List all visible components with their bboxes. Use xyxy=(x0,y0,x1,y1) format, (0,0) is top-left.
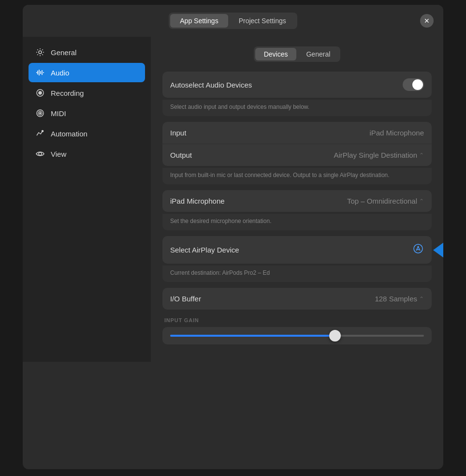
toggle-knob xyxy=(412,79,423,90)
sidebar-item-general[interactable]: General xyxy=(29,43,145,62)
sidebar-label-audio: Audio xyxy=(51,69,69,77)
sidebar: General Audio xyxy=(23,37,151,362)
ipad-mic-card: iPad Microphone Top – Omnidirectional ⌃ xyxy=(162,190,432,212)
sidebar-item-midi[interactable]: MIDI xyxy=(29,104,145,123)
chevron-icon: ⌃ xyxy=(419,152,424,159)
airplay-row[interactable]: Select AirPlay Device xyxy=(162,236,432,264)
ipad-mic-note: Set the desired microphone orientation. xyxy=(162,214,432,230)
airplay-container: Select AirPlay Device xyxy=(162,236,432,264)
svg-point-5 xyxy=(40,113,41,114)
ipad-mic-row[interactable]: iPad Microphone Top – Omnidirectional ⌃ xyxy=(162,190,432,212)
io-buffer-card: I/O Buffer 128 Samples ⌃ xyxy=(162,288,432,310)
output-value: AirPlay Single Destination ⌃ xyxy=(334,151,424,159)
sidebar-label-midi: MIDI xyxy=(51,109,66,118)
sidebar-label-general: General xyxy=(51,48,76,57)
autoselect-label: Autoselect Audio Devices xyxy=(170,81,252,89)
ipad-mic-label: iPad Microphone xyxy=(170,197,225,205)
io-buffer-value: 128 Samples ⌃ xyxy=(375,295,424,303)
arrow-head xyxy=(433,242,443,258)
modal-body: General Audio xyxy=(23,37,443,362)
inner-tab-group: Devices General xyxy=(254,46,341,62)
arrow-indicator xyxy=(433,242,443,258)
gain-slider-fill xyxy=(170,335,335,337)
chevron-icon-buffer: ⌃ xyxy=(419,296,424,302)
output-label: Output xyxy=(170,151,192,159)
io-buffer-row[interactable]: I/O Buffer 128 Samples ⌃ xyxy=(162,288,432,310)
output-row[interactable]: Output AirPlay Single Destination ⌃ xyxy=(162,144,432,166)
io-buffer-section: I/O Buffer 128 Samples ⌃ xyxy=(162,288,432,310)
input-gain-section: INPUT GAIN xyxy=(162,317,432,344)
gain-slider-track xyxy=(170,335,424,337)
autoselect-row: Autoselect Audio Devices xyxy=(162,72,432,98)
tab-devices[interactable]: Devices xyxy=(255,48,297,60)
gain-slider-container xyxy=(162,327,432,344)
midi-icon xyxy=(35,108,45,118)
close-button[interactable]: ✕ xyxy=(420,14,434,28)
autoselect-toggle[interactable] xyxy=(403,78,424,91)
svg-point-7 xyxy=(39,152,42,155)
view-icon xyxy=(35,149,45,159)
waveform-icon xyxy=(35,68,45,77)
sidebar-item-automation[interactable]: Automation xyxy=(29,124,145,143)
gear-icon xyxy=(35,47,45,57)
main-tab-group: App Settings Project Settings xyxy=(169,13,297,29)
automation-icon xyxy=(35,129,45,138)
io-buffer-label: I/O Buffer xyxy=(170,295,201,303)
svg-point-2 xyxy=(39,91,42,94)
main-content: Devices General Autoselect Audio Devices… xyxy=(151,37,443,362)
svg-point-9 xyxy=(418,246,419,248)
tab-app-settings[interactable]: App Settings xyxy=(170,14,228,28)
airplay-label: Select AirPlay Device xyxy=(170,246,239,254)
airplay-note: Current destination: AirPods Pro2 – Ed xyxy=(162,266,432,282)
record-icon xyxy=(35,88,45,98)
settings-modal: App Settings Project Settings ✕ Ge xyxy=(23,5,443,469)
airplay-icon xyxy=(412,243,424,257)
svg-point-6 xyxy=(42,131,44,132)
svg-point-0 xyxy=(39,51,42,54)
autoselect-card: Autoselect Audio Devices xyxy=(162,72,432,98)
sidebar-label-recording: Recording xyxy=(51,89,84,97)
sidebar-item-recording[interactable]: Recording xyxy=(29,83,145,103)
input-value: iPad Microphone xyxy=(369,129,424,137)
ipad-mic-value: Top – Omnidirectional ⌃ xyxy=(347,197,424,205)
tab-project-settings[interactable]: Project Settings xyxy=(229,14,296,28)
sidebar-item-audio[interactable]: Audio xyxy=(29,63,145,82)
autoselect-note: Select audio input and output devices ma… xyxy=(162,100,432,116)
input-output-note: Input from built-in mic or last connecte… xyxy=(162,168,432,184)
input-output-card: Input iPad Microphone Output AirPlay Sin… xyxy=(162,122,432,166)
modal-header: App Settings Project Settings ✕ xyxy=(23,5,443,37)
input-label: Input xyxy=(170,129,186,137)
gain-slider-thumb[interactable] xyxy=(329,330,341,342)
airplay-card: Select AirPlay Device xyxy=(162,236,432,264)
input-gain-label: INPUT GAIN xyxy=(162,317,432,323)
svg-point-8 xyxy=(414,244,422,253)
close-icon: ✕ xyxy=(424,17,430,25)
tab-general[interactable]: General xyxy=(297,48,339,60)
input-row[interactable]: Input iPad Microphone xyxy=(162,122,432,144)
sidebar-item-view[interactable]: View xyxy=(29,144,145,164)
sidebar-label-automation: Automation xyxy=(51,130,87,138)
chevron-icon-mic: ⌃ xyxy=(419,198,424,205)
sidebar-label-view: View xyxy=(51,150,66,158)
